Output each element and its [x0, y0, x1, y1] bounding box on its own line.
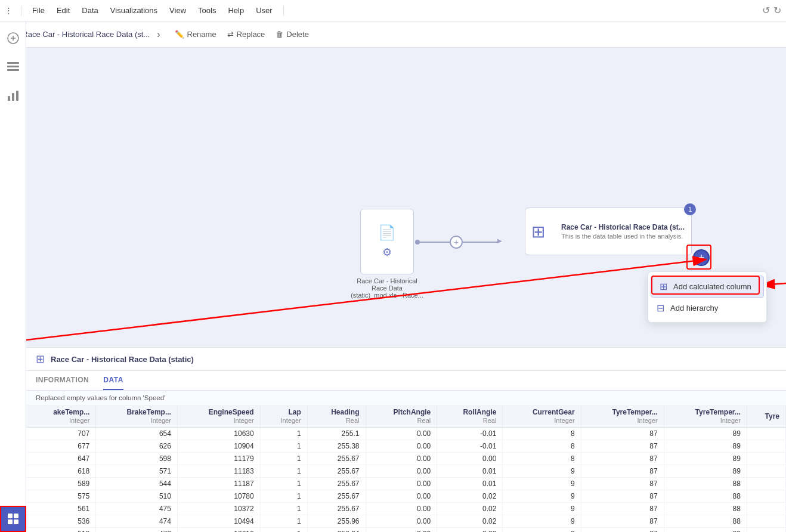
undo-button[interactable]: ↺ [762, 5, 770, 16]
table-cell: 1 [260, 515, 307, 528]
table-cell: 255.67 [307, 453, 366, 465]
table-cell [747, 453, 785, 465]
table-node-desc: This is the data table used in the analy… [561, 233, 685, 240]
col-header-8[interactable]: TyreTemper...Integer [581, 406, 664, 428]
connector-plus-button[interactable]: + [450, 236, 463, 249]
table-cell: 87 [581, 478, 664, 490]
table-cell: 11187 [177, 478, 260, 490]
replace-icon: ⇄ [227, 30, 234, 39]
add-calculated-column-item[interactable]: ⊞ Add calculated column [651, 276, 764, 298]
data-table: akeTemp...Integer BrakeTemp...Integer En… [26, 406, 786, 532]
rename-icon: ✏️ [175, 30, 184, 39]
sidebar-add-icon[interactable] [4, 29, 23, 48]
menu-tools[interactable]: Tools [193, 4, 221, 17]
table-cell: 598 [96, 453, 178, 465]
menu-edit[interactable]: Edit [52, 4, 75, 17]
table-node-title: Race Car - Historical Race Data (st... [561, 223, 685, 231]
col-header-7[interactable]: CurrentGearInteger [503, 406, 581, 428]
tab-data[interactable]: DATA [103, 371, 123, 390]
tab-information[interactable]: INFORMATION [36, 371, 89, 390]
table-cell: 87 [581, 465, 664, 478]
svg-rect-6 [8, 96, 10, 101]
table-cell: 11179 [177, 453, 260, 465]
undo-redo-group: ↺ ↻ [762, 5, 781, 16]
menu-file[interactable]: File [27, 4, 49, 17]
svg-rect-14 [14, 519, 18, 524]
replace-button[interactable]: ⇄ Replace [227, 30, 265, 39]
col-header-4[interactable]: HeadingReal [307, 406, 366, 428]
status-message: Replaced empty values for column 'Speed' [26, 391, 786, 406]
menu-help[interactable]: Help [223, 4, 249, 17]
bottom-left-icon-button[interactable] [0, 506, 26, 532]
rename-button[interactable]: ✏️ Rename [175, 30, 216, 39]
source-node[interactable]: 📄 ⚙ [360, 209, 414, 274]
table-cell: 87 [581, 515, 664, 528]
table-cell [747, 490, 785, 503]
add-column-plus-button[interactable]: + [693, 249, 710, 266]
table-cell: 0.00 [437, 453, 503, 465]
table-cell: 8 [503, 453, 581, 465]
canvas-area: 📄 ⚙ Race Car - Historical Race Data (sta… [26, 48, 786, 346]
table-cell: 10494 [177, 515, 260, 528]
data-table-wrapper[interactable]: akeTemp...Integer BrakeTemp...Integer En… [26, 406, 786, 532]
menu-user[interactable]: User [251, 4, 277, 17]
table-cell: 87 [581, 528, 664, 533]
col-header-5[interactable]: PitchAngleReal [366, 406, 437, 428]
table-cell: 1 [260, 490, 307, 503]
table-cell: 255.67 [307, 465, 366, 478]
svg-rect-4 [7, 66, 19, 67]
table-cell: 1 [260, 465, 307, 478]
table-cell: 472 [96, 528, 178, 533]
col-header-9[interactable]: TyreTemper...Integer [664, 406, 747, 428]
col-header-6[interactable]: RollAngleReal [437, 406, 503, 428]
table-cell [747, 428, 785, 440]
col-header-1[interactable]: BrakeTemp...Integer [96, 406, 178, 428]
table-cell: -0.01 [437, 440, 503, 453]
table-cell: 707 [26, 428, 96, 440]
table-cell: 1 [260, 528, 307, 533]
table-cell: 571 [96, 465, 178, 478]
table-cell: 1 [260, 428, 307, 440]
col-header-2[interactable]: EngineSpeedInteger [177, 406, 260, 428]
add-hierarchy-item[interactable]: ⊟ Add hierarchy [648, 298, 766, 318]
col-header-10[interactable]: Tyre [747, 406, 785, 428]
source-file-icon: 📄 [378, 224, 396, 241]
table-cell: 10904 [177, 440, 260, 453]
table-row: 618571111831255.670.000.0198789 [26, 465, 786, 478]
table-cell: 0.00 [366, 515, 437, 528]
delete-button[interactable]: 🗑 Delete [276, 30, 309, 39]
connector-arrow-line [463, 242, 499, 243]
app-menu-dots[interactable]: ⋮ [5, 6, 13, 15]
sidebar-list-icon[interactable] [4, 57, 23, 76]
menu-data[interactable]: Data [77, 4, 103, 17]
sidebar-chart-icon[interactable] [4, 86, 23, 105]
menu-visualizations[interactable]: Visualizations [106, 4, 162, 17]
nav-forward-button[interactable]: › [154, 27, 162, 42]
table-cell: 89 [664, 428, 747, 440]
svg-rect-7 [12, 93, 14, 101]
table-cell: 8 [503, 440, 581, 453]
table-cell: 87 [581, 440, 664, 453]
col-header-3[interactable]: LapInteger [260, 406, 307, 428]
table-cell: 0.00 [366, 528, 437, 533]
table-cell: 0.00 [366, 428, 437, 440]
redo-button[interactable]: ↻ [773, 5, 781, 16]
panel-table-icon: ⊞ [36, 352, 45, 366]
table-body: 707654106301255.10.00-0.0188789677626109… [26, 428, 786, 533]
table-row: 677626109041255.380.00-0.0188789 [26, 440, 786, 453]
table-cell: 0.00 [366, 453, 437, 465]
panel-header: ⊞ Race Car - Historical Race Data (stati… [26, 348, 786, 371]
table-cell: 9 [503, 528, 581, 533]
table-cell: 510 [96, 490, 178, 503]
menu-view[interactable]: View [165, 4, 191, 17]
table-cell: 561 [26, 503, 96, 515]
col-header-0[interactable]: akeTemp...Integer [26, 406, 96, 428]
table-cell: 88 [664, 515, 747, 528]
table-cell: 88 [664, 503, 747, 515]
data-table-node[interactable]: ⊞ Race Car - Historical Race Data (st...… [525, 208, 692, 255]
table-cell: 1 [260, 440, 307, 453]
connector-line: + [415, 236, 499, 249]
menu-bar: ⋮ File Edit Data Visualizations View Too… [0, 0, 786, 21]
table-cell: 0.01 [437, 478, 503, 490]
table-cell: 1 [260, 453, 307, 465]
